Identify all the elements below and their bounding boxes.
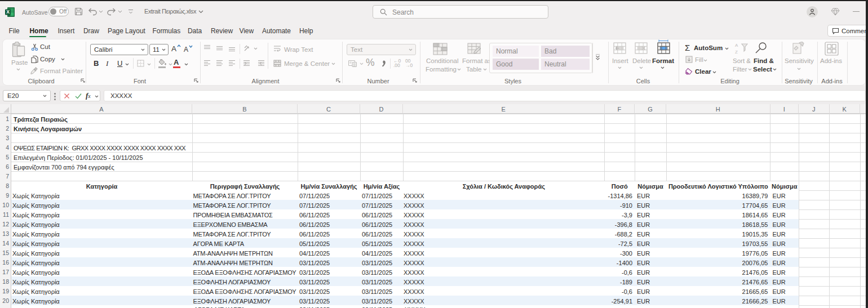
svg-text:X: X [6,9,10,15]
svg-text:A: A [735,43,738,48]
svg-text:Z: Z [735,50,738,55]
